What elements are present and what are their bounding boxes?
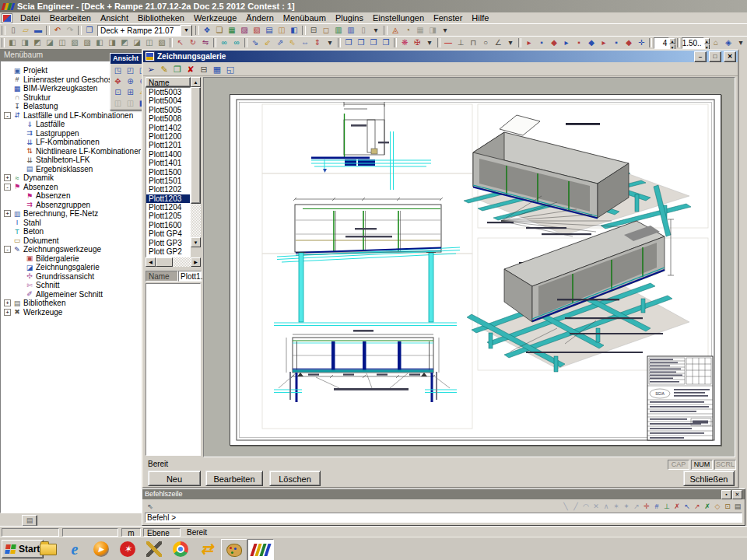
connect-nodes-icon[interactable]: ∞ <box>218 37 230 48</box>
recalc-member-icon[interactable]: ✛ <box>635 37 647 48</box>
activity-count-input[interactable]: 4 <box>654 37 669 49</box>
break-members-icon[interactable]: ⇕ <box>311 37 324 48</box>
gallery-list-item[interactable]: Plott1200 <box>146 132 190 141</box>
scale-input[interactable]: 1.50.. <box>682 37 704 49</box>
close-icon[interactable]: ✕ <box>732 490 742 499</box>
options-icon[interactable]: ▦ <box>414 25 426 36</box>
tree-item[interactable]: ⚑ Absenzen <box>1 191 141 201</box>
snap-tangent-icon[interactable]: ↗ <box>632 501 641 512</box>
gallery-list-item[interactable]: Plott5005 <box>146 106 190 114</box>
new-window-icon[interactable]: ❐ <box>342 37 355 48</box>
menu-item[interactable]: Plugins <box>331 12 368 23</box>
gallery-list-item[interactable]: Plott1501 <box>146 177 190 185</box>
rhombus-snap-icon[interactable]: ◇ <box>713 501 722 512</box>
label-member-icon[interactable]: ◆ <box>622 37 635 48</box>
overflow-icon[interactable]: ▾ <box>324 37 336 48</box>
close-window-icon[interactable]: ❐ <box>355 37 367 48</box>
snap-line-icon[interactable]: ╲ <box>561 501 570 512</box>
tree-item[interactable]: ⇊ LF-Kombinationen <box>1 138 141 147</box>
mirror-icon[interactable]: ⇋ <box>199 37 212 48</box>
maximize-icon[interactable]: □ <box>709 51 721 62</box>
tree-item[interactable]: - ✎ Zeichnungswerkzeuge <box>1 245 141 254</box>
perpendicular-icon[interactable]: ⊥ <box>454 37 467 48</box>
tree-item[interactable]: ▤ Ergebnisklassen <box>1 165 141 174</box>
arbitrary-profile-icon[interactable]: ◫ <box>143 37 156 48</box>
internet-explorer-icon[interactable] <box>62 539 87 559</box>
move-icon[interactable]: ↖ <box>174 37 187 48</box>
picture-gallery-icon[interactable]: ◫ <box>275 25 288 36</box>
count-spinner[interactable]: ▲▼ <box>669 38 675 48</box>
named-views-icon[interactable]: ❏ <box>213 25 226 36</box>
toggle-snap-icon[interactable]: ✗ <box>703 501 712 512</box>
scrollbar-thumb[interactable] <box>156 257 173 267</box>
tree-expander[interactable]: + <box>4 309 11 316</box>
gallery-list-item[interactable]: Plott GP3 <box>146 239 190 247</box>
spin-up-icon[interactable]: ▲ <box>669 38 675 44</box>
status-unit[interactable]: m <box>121 528 141 537</box>
print-icon[interactable]: ⊟ <box>307 25 320 36</box>
menu-item[interactable]: Ändern <box>241 12 278 23</box>
column-icon[interactable]: ◨ <box>19 37 31 48</box>
update-view-icon[interactable]: ⌂ <box>710 37 722 48</box>
horizontal-scrollbar[interactable] <box>156 257 191 267</box>
status-plane[interactable]: Ebene XY <box>143 528 181 537</box>
cursor-cross-icon[interactable]: ✛ <box>642 501 651 512</box>
window-titlebar[interactable]: Scia Engineer - [Deck + Rampe 21.07.12-2… <box>0 0 747 12</box>
scroll-right-icon[interactable]: ▶ <box>191 257 201 267</box>
engineering-report-icon[interactable]: ▥ <box>345 25 357 36</box>
project-combo[interactable]: Deck + Rampe 21.07 ▼ <box>97 26 192 36</box>
tile-windows-icon[interactable]: ❐ <box>380 37 392 48</box>
tree-item[interactable]: ▣ Bildergalerie <box>1 254 141 264</box>
tree-item[interactable]: ✐ Allgemeiner Schnitt <box>1 290 141 299</box>
new-document-icon[interactable]: ▯ <box>7 25 19 36</box>
dimension-line-icon[interactable]: ▪ <box>610 37 622 48</box>
insert-hinge-icon[interactable]: ▪ <box>573 37 585 48</box>
snap-arc-icon[interactable]: ◠ <box>581 501 591 512</box>
zoom-all-icon[interactable]: ⊞ <box>124 87 136 97</box>
gallery-list-item[interactable]: Plott1201 <box>146 141 190 149</box>
gallery-list-item[interactable]: Plott1203 <box>146 194 190 203</box>
drawing-preview-pane[interactable]: SCIA <box>203 77 735 457</box>
delete-snap-icon[interactable]: ✗ <box>672 501 682 512</box>
gallery-list-item[interactable]: Plott1402 <box>146 124 190 132</box>
prev-view-icon[interactable]: ◫ <box>112 98 124 108</box>
tree-item[interactable]: + ▤ Bibliotheken <box>1 299 141 308</box>
slab-icon[interactable]: ◩ <box>31 37 44 48</box>
overflow-icon[interactable]: ▾ <box>423 37 436 48</box>
gallery-list-item[interactable]: Plott GP4 <box>146 229 190 238</box>
zoom-in-icon[interactable]: ⊕ <box>124 76 136 86</box>
search-icon[interactable]: ◔ <box>402 25 414 36</box>
gallery-list-item[interactable]: Plott5003 <box>146 88 190 96</box>
regen-icon[interactable]: ✠ <box>411 37 423 48</box>
tree-item[interactable]: I Stahl <box>1 219 141 228</box>
overflow-icon[interactable]: ▾ <box>735 37 747 48</box>
load-panel-icon[interactable]: ◩ <box>118 37 131 48</box>
media-player-icon[interactable] <box>89 539 114 559</box>
gallery-list-item[interactable]: Plott5008 <box>146 114 190 123</box>
undo-icon[interactable]: ↶ <box>51 25 64 36</box>
edit-picture-icon[interactable]: ✎ <box>158 64 170 75</box>
tree-expander[interactable]: + <box>4 174 11 181</box>
document-icon[interactable]: ▥ <box>332 25 345 36</box>
axonometry-icon[interactable]: ✥ <box>112 76 124 86</box>
page-setup-icon[interactable]: ▯ <box>357 25 370 36</box>
paperspace-icon[interactable]: ◧ <box>288 25 300 36</box>
move-node-icon[interactable]: ◆ <box>585 37 598 48</box>
tree-item[interactable]: ◪ Zeichnungsgalerie <box>1 263 141 272</box>
cascade-windows-icon[interactable]: ❐ <box>367 37 380 48</box>
redraw-icon[interactable]: ❋ <box>398 37 411 48</box>
tree-item[interactable]: ▭ Dokument <box>1 236 141 246</box>
scrollbar-thumb[interactable] <box>191 87 201 204</box>
mdi-document-icon[interactable] <box>2 13 12 23</box>
tree-item[interactable]: T Beton <box>1 227 141 236</box>
tree-item[interactable]: ⇅ Nichtlineare LF-Kombinationen <box>1 147 141 156</box>
insert-support-icon[interactable]: ◆ <box>548 37 560 48</box>
snap-point-icon[interactable]: ✶ <box>612 501 621 512</box>
save-icon[interactable]: ▬ <box>32 25 44 36</box>
wall-icon[interactable]: ◪ <box>44 37 56 48</box>
chrome-icon[interactable] <box>168 539 193 559</box>
close-icon[interactable]: ✕ <box>724 51 736 62</box>
delete-button[interactable]: Löschen <box>269 471 321 486</box>
redo-icon[interactable]: ↷ <box>64 25 76 36</box>
tree-item[interactable]: + ▥ Berechnung, FE-Netz <box>1 209 141 219</box>
